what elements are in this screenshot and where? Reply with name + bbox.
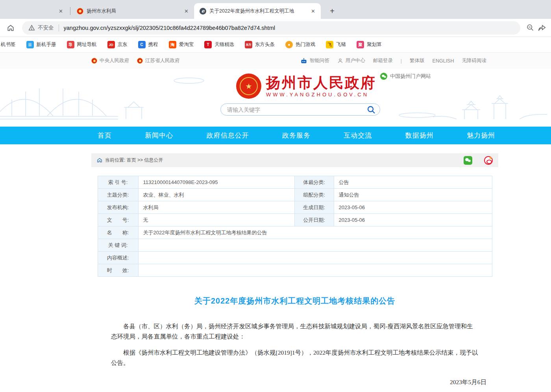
home-icon[interactable] bbox=[5, 22, 17, 34]
table-row: 内容概述: bbox=[98, 252, 492, 264]
bookmark-label: 热门游戏 bbox=[296, 41, 315, 48]
gov-utility-bar: 中央人民政府 江苏省人民政府 智能问答 用户中心 邮箱登录 | 繁体版 ENGL… bbox=[0, 53, 551, 69]
portal-label: 中国扬州门户网站 bbox=[390, 73, 431, 80]
close-icon[interactable]: ✕ bbox=[57, 7, 65, 15]
content-container: 当前位置: 首页 >> 信息公开 索 引 号: 1132100001440709… bbox=[91, 144, 498, 392]
nav-item-interaction[interactable]: 互动交流 bbox=[344, 131, 372, 140]
metadata-table: 索 引 号: 11321000014407098E-2023-095 体裁分类:… bbox=[98, 176, 492, 277]
meta-label: 组配分类: bbox=[294, 189, 334, 201]
bookmark-favicon-icon: 导 bbox=[67, 41, 74, 48]
national-emblem-icon: ★ bbox=[236, 74, 261, 99]
bookmark-item[interactable]: ☰ 新机手册 bbox=[26, 41, 56, 48]
tab-active-announcement[interactable]: e 关于2022年度扬州市水利工程文明工地 ✕ bbox=[194, 3, 321, 19]
bookmark-item[interactable]: JD 京东 bbox=[107, 41, 128, 48]
link-english[interactable]: ENGLISH bbox=[433, 58, 454, 64]
bookmarks-bar: 机书签 ☰ 新机手册 导 网址导航 JD 京东 C 携程 淘 爱淘宝 T 天猫精… bbox=[0, 37, 551, 53]
link-mail-login[interactable]: 邮箱登录 bbox=[373, 57, 393, 64]
article-body: 关于2022年度扬州市水利工程文明工地考核结果的公告 各县（市、区）水利（务）局… bbox=[91, 296, 498, 392]
bookmark-item[interactable]: C 携程 bbox=[138, 41, 158, 48]
bookmark-item[interactable]: 淘 爱淘宝 bbox=[169, 41, 194, 48]
meta-label: 内容概述: bbox=[98, 252, 138, 264]
site-logo[interactable]: ★ 扬州市人民政府 WWW.YANGZHOU.GOV.CN bbox=[236, 74, 376, 99]
article-title: 关于2022年度扬州市水利工程文明工地考核结果的公告 bbox=[91, 296, 498, 306]
link-user-center[interactable]: 用户中心 bbox=[337, 57, 365, 64]
bookmark-label: 爱淘宝 bbox=[179, 41, 194, 48]
bookmark-favicon-icon: 飞 bbox=[326, 41, 333, 48]
robot-icon bbox=[300, 58, 307, 64]
security-chip[interactable]: 不安全 bbox=[28, 24, 54, 31]
portal-link[interactable]: 中国扬州门户网站 bbox=[380, 73, 431, 80]
gov-tool-label: 用户中心 bbox=[346, 57, 365, 64]
link-jiangsu-gov[interactable]: 江苏省人民政府 bbox=[137, 57, 180, 64]
bookmark-label: 飞猪 bbox=[336, 41, 346, 48]
meta-label: 公开日期: bbox=[294, 214, 334, 226]
meta-value: 公告 bbox=[334, 176, 492, 189]
nav-item-home[interactable]: 首页 bbox=[98, 131, 112, 140]
table-row: 名 称: 关于2022年度扬州市水利工程文明工地考核结果的公告 bbox=[98, 226, 492, 239]
gov-emblem-icon bbox=[77, 8, 83, 15]
table-row: 发布机构: 水利局 生成日期: 2023-05-06 bbox=[98, 201, 492, 214]
meta-value: 2023-05-06 bbox=[334, 201, 492, 214]
bookmark-item[interactable]: T 天猫精选 bbox=[204, 41, 234, 48]
nav-item-data[interactable]: 数据扬州 bbox=[405, 131, 434, 140]
link-central-gov[interactable]: 中央人民政府 bbox=[91, 57, 129, 64]
site-search[interactable] bbox=[220, 103, 380, 116]
table-row: 时 效: bbox=[98, 264, 492, 277]
bookmark-favicon-icon: T bbox=[204, 41, 212, 48]
bookmark-item[interactable]: 机书签 bbox=[1, 41, 16, 48]
bookmark-item[interactable]: 聚 聚划算 bbox=[357, 41, 382, 48]
close-icon[interactable]: ✕ bbox=[309, 7, 317, 15]
search-icon[interactable] bbox=[366, 105, 376, 114]
link-traditional[interactable]: 繁体版 bbox=[410, 57, 425, 64]
bookmark-item[interactable]: 飞 飞猪 bbox=[326, 41, 346, 48]
chip-divider bbox=[59, 24, 59, 31]
meta-value: 2023-05-06 bbox=[334, 214, 492, 226]
link-smart-qa[interactable]: 智能问答 bbox=[300, 57, 329, 64]
user-icon bbox=[337, 58, 343, 64]
gov-emblem-icon bbox=[91, 58, 97, 64]
meta-value bbox=[138, 239, 492, 252]
tab-partial[interactable]: ✕ bbox=[0, 3, 70, 19]
address-bar[interactable]: 不安全 yangzhou.gov.cn/yzszxxgk/slj/202305/… bbox=[22, 21, 520, 35]
site-banner: ★ 扬州市人民政府 WWW.YANGZHOU.GOV.CN 中国扬州门户网站 bbox=[0, 69, 551, 127]
close-icon[interactable]: ✕ bbox=[183, 7, 190, 15]
tab-bar: ✕ 扬州市水利局 ✕ e 关于2022年度扬州市水利工程文明工地 ✕ + bbox=[0, 0, 551, 19]
weibo-share-icon[interactable] bbox=[484, 156, 493, 165]
zoom-out-icon[interactable] bbox=[524, 22, 536, 34]
nav-item-services[interactable]: 政务服务 bbox=[282, 131, 311, 140]
meta-value bbox=[138, 264, 492, 277]
home-icon[interactable] bbox=[97, 158, 102, 163]
meta-value: 通知公告 bbox=[334, 189, 492, 201]
table-row: 索 引 号: 11321000014407098E-2023-095 体裁分类:… bbox=[98, 176, 492, 189]
breadcrumb-text[interactable]: 当前位置: 首页 >> 信息公开 bbox=[105, 157, 163, 164]
url-text[interactable]: yangzhou.gov.cn/yzszxxgk/slj/202305/210c… bbox=[64, 25, 275, 31]
new-tab-button[interactable]: + bbox=[327, 6, 337, 16]
security-label: 不安全 bbox=[38, 24, 54, 31]
meta-label: 名 称: bbox=[98, 226, 138, 239]
meta-value: 关于2022年度扬州市水利工程文明工地考核结果的公告 bbox=[138, 226, 492, 239]
meta-label: 发布机构: bbox=[98, 201, 138, 214]
bookmark-favicon-icon: JD bbox=[107, 41, 115, 48]
site-title: 扬州市人民政府 bbox=[266, 75, 376, 91]
bookmark-label: 机书签 bbox=[1, 41, 16, 48]
bookmark-favicon-icon: ☰ bbox=[26, 41, 34, 48]
meta-value: 农业、林业、水利 bbox=[138, 189, 294, 201]
search-input[interactable] bbox=[227, 107, 366, 113]
tab-shuiliju[interactable]: 扬州市水利局 ✕ bbox=[70, 3, 194, 19]
table-row: 文 号: 无 公开日期: 2023-05-06 bbox=[98, 214, 492, 226]
share-icon[interactable] bbox=[536, 22, 548, 34]
nav-item-news[interactable]: 新闻中心 bbox=[145, 131, 173, 140]
bookmark-favicon-icon: 聚 bbox=[357, 41, 364, 48]
bookmark-item[interactable]: ● 热门游戏 bbox=[285, 41, 315, 48]
bookmark-item[interactable]: 导 网址导航 bbox=[67, 41, 97, 48]
meta-value: 无 bbox=[138, 214, 294, 226]
link-accessibility[interactable]: 无障碍阅读 bbox=[462, 57, 487, 64]
bookmark-item[interactable]: 东方 东方头条 bbox=[245, 41, 275, 48]
gov-emblem-icon bbox=[137, 58, 143, 64]
nav-item-charm[interactable]: 魅力扬州 bbox=[467, 131, 495, 140]
gov-tool-label: 智能问答 bbox=[310, 57, 329, 64]
wechat-share-icon[interactable] bbox=[464, 156, 472, 165]
table-row: 主题分类: 农业、林业、水利 组配分类: 通知公告 bbox=[98, 189, 492, 201]
meta-value bbox=[138, 252, 492, 264]
nav-item-info-disclosure[interactable]: 政府信息公开 bbox=[207, 131, 249, 140]
